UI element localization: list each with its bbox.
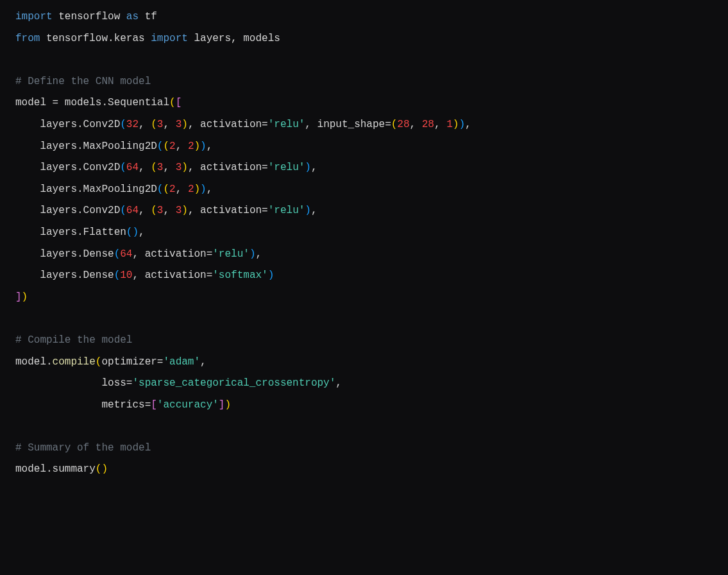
comma: ,	[311, 205, 317, 216]
code-text: optimizer=	[101, 356, 163, 368]
code-text: layers.Conv2D	[15, 205, 120, 216]
paren-open: (	[126, 227, 133, 238]
paren-open: (	[114, 270, 121, 281]
paren-open: (	[96, 463, 102, 475]
code-text: , activation=	[132, 270, 212, 281]
tuple-paren-close: )	[182, 119, 188, 130]
number-literal: 1	[446, 119, 453, 130]
paren-open: (	[114, 248, 121, 260]
comma: ,	[207, 141, 213, 152]
number-literal: 32	[126, 119, 139, 130]
comment-line: # Define the CNN model	[15, 76, 151, 87]
comma: ,	[163, 119, 175, 130]
paren-open: (	[120, 162, 126, 173]
tuple-paren-close: )	[194, 184, 200, 195]
paren-close: )	[305, 162, 311, 173]
string-literal: 'relu'	[268, 119, 305, 130]
comment-line: # Summary of the model	[15, 442, 151, 454]
bracket-close: ]	[15, 291, 22, 303]
tuple-paren-open: (	[151, 205, 157, 216]
code-text: layers.Dense	[15, 270, 114, 281]
string-literal: 'softmax'	[212, 270, 267, 281]
code-text: , activation=	[188, 205, 268, 216]
code-text: layers.MaxPooling2D	[15, 184, 157, 195]
paren-open: (	[120, 205, 126, 216]
import-names: layers, models	[188, 33, 280, 44]
comma: ,	[465, 119, 471, 130]
string-literal: 'relu'	[212, 248, 250, 260]
code-editor[interactable]: import tensorflow as tf from tensorflow.…	[15, 6, 713, 481]
comma: ,	[311, 162, 317, 173]
tuple-paren-open: (	[391, 119, 398, 130]
comma: ,	[139, 205, 151, 216]
code-text: layers.Dense	[15, 248, 114, 260]
paren-close: )	[459, 119, 465, 130]
code-text: layers.Conv2D	[15, 162, 120, 173]
tuple-paren-close: )	[182, 162, 188, 173]
paren-close: )	[200, 141, 207, 152]
keyword-as: as	[126, 11, 139, 22]
number-literal: 2	[169, 184, 176, 195]
paren-close: )	[268, 270, 275, 281]
module-name: tensorflow	[53, 11, 126, 22]
paren-open: (	[96, 356, 102, 368]
comma: ,	[200, 356, 207, 368]
code-text: , activation=	[188, 162, 268, 173]
module-path: tensorflow.keras	[40, 33, 151, 44]
tuple-paren-close: )	[453, 119, 459, 130]
number-literal: 3	[176, 205, 182, 216]
tuple-paren-open: (	[151, 119, 157, 130]
comma: ,	[163, 205, 175, 216]
number-literal: 64	[126, 205, 139, 216]
paren-close: )	[200, 184, 207, 195]
paren-open: (	[169, 97, 176, 108]
number-literal: 64	[126, 162, 139, 173]
bracket-open: [	[176, 97, 182, 108]
tuple-paren-open: (	[163, 141, 169, 152]
comma: ,	[207, 184, 213, 195]
comma: ,	[163, 162, 175, 173]
code-text: layers.Flatten	[15, 227, 126, 238]
string-literal: 'relu'	[268, 162, 305, 173]
comma: ,	[255, 248, 262, 260]
code-text: loss=	[15, 377, 132, 389]
keyword-import: import	[151, 33, 188, 44]
code-text: , activation=	[188, 119, 268, 130]
tuple-paren-close: )	[182, 205, 188, 216]
keyword-from: from	[15, 33, 40, 44]
alias-name: tf	[139, 11, 157, 22]
function-name: compile	[53, 356, 96, 368]
number-literal: 64	[120, 248, 132, 260]
string-literal: 'relu'	[268, 205, 305, 216]
code-text: model.	[15, 356, 53, 368]
paren-close: )	[101, 463, 108, 475]
code-text: model.summary	[15, 463, 96, 475]
number-literal: 3	[176, 119, 182, 130]
number-literal: 2	[169, 141, 176, 152]
comma: ,	[335, 377, 342, 389]
code-text: , input_shape=	[305, 119, 391, 130]
paren-close: )	[305, 205, 311, 216]
paren-open: (	[157, 184, 164, 195]
comma: ,	[434, 119, 446, 130]
comma: ,	[176, 184, 188, 195]
string-literal: 'accuracy'	[157, 399, 219, 411]
comma: ,	[176, 141, 188, 152]
paren-open: (	[157, 141, 164, 152]
keyword-import: import	[15, 11, 53, 22]
code-text: , activation=	[132, 248, 212, 260]
number-literal: 3	[176, 162, 182, 173]
comma: ,	[139, 162, 151, 173]
bracket-open: [	[151, 399, 157, 411]
paren-open: (	[120, 119, 126, 130]
comma: ,	[139, 227, 145, 238]
tuple-paren-open: (	[151, 162, 157, 173]
comment-line: # Compile the model	[15, 334, 132, 346]
comma: ,	[410, 119, 422, 130]
paren-close: )	[224, 399, 231, 411]
number-literal: 10	[120, 270, 132, 281]
code-text: metrics=	[15, 399, 151, 411]
number-literal: 28	[397, 119, 409, 130]
code-text: layers.MaxPooling2D	[15, 141, 157, 152]
tuple-paren-close: )	[194, 141, 200, 152]
